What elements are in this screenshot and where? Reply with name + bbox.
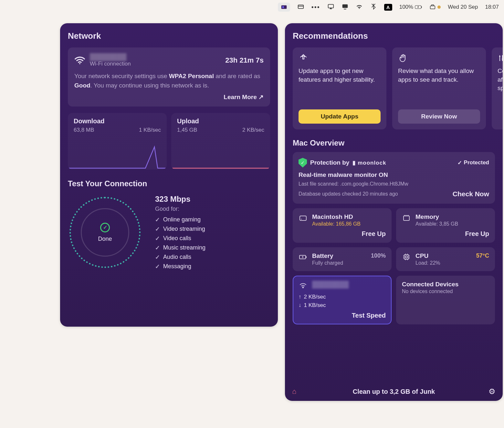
moonlock-brand: ▮ moonlock (352, 159, 386, 166)
wifi-icon[interactable] (356, 3, 363, 12)
battery-status: Fully charged (312, 260, 343, 266)
menubar-time[interactable]: 18:07 (485, 4, 499, 10)
more-icon[interactable]: ••• (311, 4, 320, 11)
devices-title: Connected Devices (402, 281, 489, 288)
test-connection-title: Test Your Connection (68, 179, 270, 188)
memory-card[interactable]: Memory Available: 3,85 GB Free Up (396, 208, 495, 243)
protection-by-label: Protection by (310, 159, 349, 166)
battery-card[interactable]: 100% Battery Fully charged (293, 247, 392, 271)
wifi-icon (299, 281, 308, 290)
svg-rect-20 (405, 256, 407, 258)
checkmark-icon: ✓ (457, 159, 462, 166)
wifi-uptime: 23h 21m 7s (225, 56, 264, 65)
svg-rect-1 (282, 6, 284, 8)
learn-more-link[interactable]: Learn More ↗ (224, 93, 264, 101)
memory-icon (402, 213, 411, 222)
clean-junk-button[interactable]: Clean up to 3,2 GB of Junk (353, 388, 435, 395)
disk-available: Available: 165,86 GB (312, 221, 361, 227)
svg-rect-16 (404, 216, 409, 220)
payment-icon[interactable] (297, 3, 304, 12)
bottom-bar: ⌂ Clean up to 3,2 GB of Junk ⚙ (285, 382, 503, 401)
overview-upload-rate: 2 KB/sec (304, 294, 326, 300)
svg-rect-11 (432, 5, 434, 6)
cpu-temp: 57°C (476, 252, 489, 259)
menu-bar: ••• A 100% Wed 20 Sep 18:07 (0, 0, 504, 14)
cpu-title: CPU (415, 252, 440, 260)
battery-icon (299, 252, 308, 261)
upload-title: Upload (177, 117, 264, 125)
svg-rect-9 (421, 6, 422, 8)
checkmark-icon: ✓ (100, 223, 110, 232)
bluetooth-icon[interactable] (370, 3, 377, 12)
network-panel: Network ████████ Wi-Fi connection 23h 21… (60, 23, 278, 327)
download-card: Download 63,8 MB 1 KB/sec (68, 113, 167, 169)
svg-rect-19 (404, 255, 409, 259)
upload-total: 1,45 GB (177, 127, 197, 133)
memory-free-up-button[interactable]: Free Up (402, 230, 489, 238)
good-for-label: Good for: (155, 206, 205, 212)
recommendation-update-apps: Update apps to get new features and high… (293, 47, 386, 129)
cleanmymac-logo-icon[interactable]: ⌂ (292, 387, 296, 396)
test-speed-button[interactable]: Test Speed (299, 312, 386, 319)
recommendations-title: Recommendations (293, 31, 495, 41)
protection-card: ✓ Protection by ▮ moonlock ✓ Protected R… (293, 152, 495, 204)
disk-free-up-button[interactable]: Free Up (299, 230, 386, 238)
upload-card: Upload 1,45 GB 2 KB/sec (171, 113, 270, 169)
download-total: 63,8 MB (74, 127, 94, 133)
review-now-button[interactable]: Review Now (398, 109, 480, 124)
sliders-icon (498, 53, 503, 63)
update-icon (299, 53, 308, 63)
upload-chart (171, 144, 270, 169)
active-app-icon[interactable] (278, 3, 290, 12)
cleanmymac-menubar-icon[interactable] (429, 4, 441, 11)
battery-status[interactable]: 100% (399, 4, 422, 11)
wifi-icon (74, 56, 85, 65)
battery-title: Battery (312, 252, 343, 260)
display-icon[interactable] (341, 3, 349, 12)
gear-icon[interactable]: ⚙ (488, 387, 496, 396)
download-title: Download (74, 117, 161, 125)
cpu-card[interactable]: 57°C CPU Load: 22% (396, 247, 495, 271)
speed-gauge[interactable]: ✓ Done (68, 195, 142, 270)
upload-rate: 2 KB/sec (242, 127, 264, 133)
devices-sub: No devices connected (402, 289, 489, 294)
good-for-item: Online gaming (155, 216, 205, 223)
protected-badge: ✓ Protected (457, 159, 489, 166)
rec3-text: Con affe spe (498, 67, 503, 124)
overview-download-rate: 1 KB/sec (304, 302, 326, 309)
airplay-icon[interactable] (327, 3, 334, 12)
svg-rect-18 (306, 256, 307, 258)
good-for-item: Audio calls (155, 254, 205, 261)
cpu-icon (402, 252, 411, 261)
gauge-done-label: Done (98, 236, 112, 242)
svg-rect-2 (298, 5, 304, 8)
memory-title: Memory (415, 213, 458, 220)
network-overview-card[interactable]: ████████ ↑2 KB/sec ↓1 KB/sec Test Speed (293, 276, 392, 324)
arrow-down-icon: ↓ (299, 302, 301, 309)
test-speed-value: 323 Mbps (155, 195, 205, 204)
disk-card[interactable]: Macintosh HD Available: 165,86 GB Free U… (293, 208, 392, 243)
connected-devices-card[interactable]: Connected Devices No devices connected (396, 276, 495, 324)
overview-ssid: ████████ (312, 281, 349, 288)
keyboard-input-icon[interactable]: A (384, 4, 392, 11)
db-updates-label: Database updates checked 20 minutes ago (299, 191, 398, 197)
realtime-monitor-label: Real-time malware monitor ON (299, 171, 489, 178)
update-apps-button[interactable]: Update Apps (299, 109, 381, 124)
wifi-ssid: ████████ (90, 53, 131, 61)
network-title: Network (68, 31, 270, 41)
download-rate: 1 KB/sec (139, 127, 161, 133)
battery-percent: 100% (399, 4, 413, 10)
recommendation-partial: Con affe spe (492, 47, 503, 129)
good-for-item: Video calls (155, 235, 205, 242)
cpu-load: Load: 22% (415, 260, 440, 266)
wifi-status-card: ████████ Wi-Fi connection 23h 21m 7s You… (68, 47, 270, 107)
disk-title: Macintosh HD (312, 213, 361, 220)
download-chart (68, 144, 167, 169)
disk-icon (299, 213, 308, 222)
svg-rect-14 (300, 216, 306, 220)
check-now-button[interactable]: Check Now (453, 190, 489, 198)
svg-rect-10 (430, 6, 435, 9)
mac-overview-title: Mac Overview (293, 138, 495, 148)
menubar-date[interactable]: Wed 20 Sep (448, 4, 478, 10)
memory-available: Available: 3,85 GB (415, 221, 458, 227)
